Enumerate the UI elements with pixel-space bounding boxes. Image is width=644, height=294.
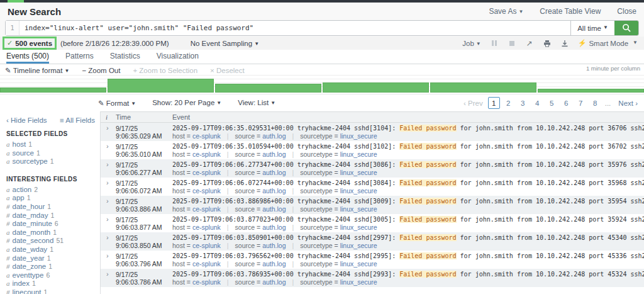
sourcetype-tag[interactable]: sourcetype =linux_secure [300,242,377,249]
field-item[interactable]: aindex1 [6,280,95,288]
time-range-picker[interactable]: All time▼ [570,21,614,35]
timeline-bar[interactable] [538,89,644,93]
source-tag[interactable]: source =auth.log [235,169,286,176]
host-tag[interactable]: host =ce-splunk [172,169,221,176]
host-tag[interactable]: host =ce-splunk [172,132,221,140]
close-button[interactable]: Close [617,7,636,16]
timeline-bar[interactable] [323,82,429,93]
timeline-bar[interactable] [0,88,106,93]
source-tag[interactable]: source =auth.log [235,223,286,231]
sourcetype-tag[interactable]: sourcetype =linux_secure [300,278,377,286]
tab-statistics[interactable]: Statistics [110,50,140,64]
host-tag[interactable]: host =ce-splunk [172,223,221,231]
timeline-bar[interactable] [108,79,214,93]
sourcetype-tag[interactable]: sourcetype =linux_secure [300,223,377,231]
page-link[interactable]: 7 [575,97,587,109]
next-page-button[interactable]: Next › [618,99,638,107]
page-link[interactable]: 8 [589,97,601,109]
field-item[interactable]: aapp1 [6,194,95,203]
expand-event-button[interactable]: › [101,214,116,232]
sourcetype-tag[interactable]: sourcetype =linux_secure [300,205,377,213]
format-menu[interactable]: ✎ Format▼ [98,99,136,108]
job-menu[interactable]: Job▼ [462,40,480,47]
page-link[interactable]: 5 [546,97,558,109]
expand-event-button[interactable]: › [101,269,116,287]
host-tag[interactable]: host =ce-splunk [172,260,221,268]
page-link[interactable]: 4 [531,97,543,109]
source-tag[interactable]: source =auth.log [235,260,286,268]
source-tag[interactable]: source =auth.log [235,132,286,140]
event-sampling-menu[interactable]: No Event Sampling▼ [191,40,259,47]
save-as-button[interactable]: Save As▼ [489,7,523,16]
sourcetype-tag[interactable]: sourcetype =linux_secure [300,132,377,140]
search-mode-selector[interactable]: ⚡ Smart Mode▼ [578,39,638,47]
field-item[interactable]: asource1 [6,149,95,158]
field-item[interactable]: #date_minute6 [6,220,95,229]
host-tag[interactable]: host =ce-splunk [172,205,221,213]
source-tag[interactable]: source =auth.log [235,242,286,249]
source-tag[interactable]: source =auth.log [235,150,286,158]
sourcetype-tag[interactable]: sourcetype =linux_secure [300,260,377,268]
tag-divider: | [227,260,229,268]
page-link[interactable]: 3 [517,97,529,109]
column-info: i [101,113,116,121]
page-link[interactable]: 6 [560,97,572,109]
all-fields-button[interactable]: ≡ All Fields [60,116,95,124]
sourcetype-tag[interactable]: sourcetype =linux_secure [300,187,377,195]
source-tag[interactable]: source =auth.log [235,205,286,213]
field-item[interactable]: asourcetype1 [6,157,95,166]
share-button[interactable]: ↗ [525,39,534,48]
field-item[interactable]: aeventtype6 [6,271,95,280]
field-item[interactable]: #date_second51 [6,237,95,246]
expand-event-button[interactable]: › [101,232,116,251]
view-menu[interactable]: View: List▼ [238,99,275,108]
tab-events[interactable]: Events (500) [6,50,49,64]
field-item[interactable]: adate_wday1 [6,246,95,254]
host-tag[interactable]: host =ce-splunk [172,242,221,249]
source-tag[interactable]: source =auth.log [235,278,286,286]
search-bar: 1 index="linux-alert" user="john.smith" … [5,20,639,36]
host-tag[interactable]: host =ce-splunk [172,278,221,286]
expand-event-button[interactable]: › [101,178,116,196]
source-tag[interactable]: source =auth.log [235,187,286,195]
current-page[interactable]: 1 [488,97,500,109]
field-item[interactable]: #date_hour1 [6,203,95,212]
stop-button[interactable] [508,41,516,46]
field-item[interactable]: aaction2 [6,186,95,195]
column-time[interactable]: Time [116,113,169,121]
expand-event-button[interactable]: › [101,123,116,141]
pause-button[interactable] [490,40,499,46]
expand-event-button[interactable]: › [101,141,116,159]
sourcetype-tag[interactable]: sourcetype =linux_secure [300,169,377,176]
expand-event-button[interactable]: › [101,159,116,178]
field-item[interactable]: ahost1 [6,140,95,149]
zoom-out-button[interactable]: − Zoom Out [82,67,120,74]
tab-visualization[interactable]: Visualization [157,50,199,64]
events-table-header: i Time Event [101,111,644,123]
hide-fields-button[interactable]: ‹ Hide Fields [6,116,47,124]
expand-event-button[interactable]: › [101,196,116,214]
per-page-menu[interactable]: Show: 20 Per Page▼ [152,99,221,108]
timeline-format-menu[interactable]: ✎ Timeline format▼ [5,66,69,75]
event-count[interactable]: 500 events [15,40,52,47]
field-item[interactable]: #date_year1 [6,254,95,263]
search-time-note: (before 2/18/26 12:28:39.000 PM) [60,40,169,47]
expand-event-button[interactable]: › [101,251,116,269]
host-tag[interactable]: host =ce-splunk [172,150,221,158]
export-button[interactable] [560,40,569,47]
field-item[interactable]: adate_month1 [6,229,95,237]
search-button[interactable] [614,21,638,35]
print-button[interactable] [543,40,552,47]
timeline-bar[interactable] [215,84,321,93]
search-input[interactable]: index="linux-alert" user="john.smith" "F… [19,21,570,35]
field-item[interactable]: #date_mday1 [6,212,95,220]
tag-divider: | [292,150,294,158]
timeline-bar[interactable] [430,82,536,93]
field-item[interactable]: #linecount1 [6,288,95,294]
host-tag[interactable]: host =ce-splunk [172,187,221,195]
tab-patterns[interactable]: Patterns [65,50,94,64]
field-item[interactable]: #date_zone1 [6,263,95,271]
create-table-view-button[interactable]: Create Table View [540,7,601,16]
page-link[interactable]: 2 [502,97,514,109]
sourcetype-tag[interactable]: sourcetype =linux_secure [300,150,377,158]
